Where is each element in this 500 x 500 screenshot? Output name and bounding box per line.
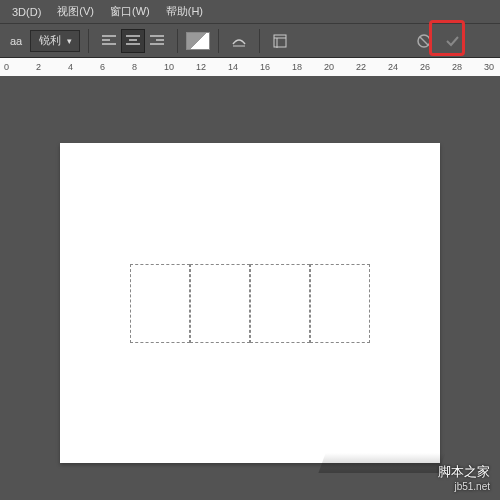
watermark-line1: 脚本之家 xyxy=(438,463,490,481)
cancel-button[interactable] xyxy=(412,29,436,53)
ruler-tick-label: 10 xyxy=(164,62,174,72)
menubar: 3D(D) 视图(V) 窗口(W) 帮助(H) xyxy=(0,0,500,24)
character-panel-button[interactable] xyxy=(268,29,292,53)
align-right-button[interactable] xyxy=(145,29,169,53)
menu-view[interactable]: 视图(V) xyxy=(49,1,102,22)
separator xyxy=(88,29,89,53)
antialias-dropdown[interactable]: 锐利 xyxy=(30,30,80,52)
menu-3d[interactable]: 3D(D) xyxy=(4,3,49,21)
marquee-selection-text: 小鱼无涯 xyxy=(130,264,370,343)
text-align-group xyxy=(97,29,169,53)
ruler-tick-label: 16 xyxy=(260,62,270,72)
ruler-tick-label: 0 xyxy=(4,62,9,72)
separator xyxy=(218,29,219,53)
ruler-tick-label: 28 xyxy=(452,62,462,72)
ruler-tick-label: 24 xyxy=(388,62,398,72)
ruler-tick-label: 18 xyxy=(292,62,302,72)
menu-window[interactable]: 窗口(W) xyxy=(102,1,158,22)
warp-text-button[interactable] xyxy=(227,29,251,53)
separator xyxy=(259,29,260,53)
ruler-tick-label: 4 xyxy=(68,62,73,72)
align-center-button[interactable] xyxy=(121,29,145,53)
ruler-tick-label: 6 xyxy=(100,62,105,72)
horizontal-ruler[interactable]: 0 2 4 6 8 10 12 14 16 18 20 22 24 26 28 … xyxy=(0,58,500,76)
align-left-button[interactable] xyxy=(97,29,121,53)
ruler-tick-label: 26 xyxy=(420,62,430,72)
options-bar: aa 锐利 xyxy=(0,24,500,58)
ruler-tick-label: 2 xyxy=(36,62,41,72)
menu-help[interactable]: 帮助(H) xyxy=(158,1,211,22)
antialias-label: aa xyxy=(6,33,26,49)
watermark: 脚本之家 jb51.net xyxy=(438,463,490,492)
page-shadow xyxy=(318,453,445,473)
document-canvas[interactable]: 小鱼无涯 xyxy=(60,143,440,463)
ruler-tick-label: 22 xyxy=(356,62,366,72)
color-swatch-icon xyxy=(186,32,210,50)
ruler-tick-label: 12 xyxy=(196,62,206,72)
commit-button[interactable] xyxy=(440,29,464,53)
ruler-tick-label: 8 xyxy=(132,62,137,72)
text-color-swatch[interactable] xyxy=(186,29,210,53)
work-area[interactable]: 小鱼无涯 xyxy=(0,76,500,500)
separator xyxy=(177,29,178,53)
svg-rect-0 xyxy=(274,35,286,47)
ruler-tick-label: 14 xyxy=(228,62,238,72)
ruler-tick-label: 20 xyxy=(324,62,334,72)
ruler-tick-label: 30 xyxy=(484,62,494,72)
watermark-line2: jb51.net xyxy=(438,481,490,492)
